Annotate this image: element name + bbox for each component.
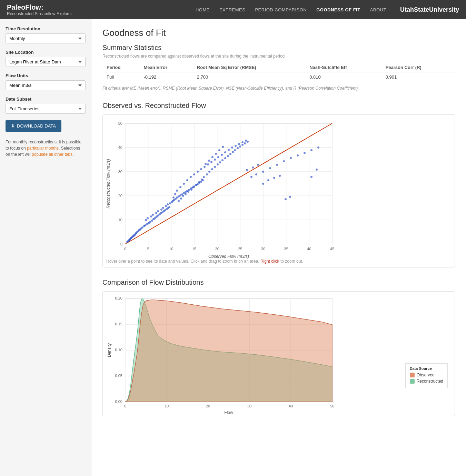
note-highlight: particular months [27,146,59,151]
svg-point-167 [224,157,226,159]
svg-text:Reconstructed Flow (m3/s): Reconstructed Flow (m3/s) [106,159,111,208]
svg-point-135 [262,171,264,173]
svg-text:5: 5 [147,247,149,251]
summary-title: Summary Statistics [102,44,455,52]
svg-point-94 [183,192,185,194]
nav-goodness-of-fit[interactable]: GOODNESS OF FIT [316,7,360,12]
svg-point-83 [165,205,167,207]
svg-text:0.10: 0.10 [115,348,122,352]
time-resolution-select[interactable]: Monthly Annual [6,33,86,43]
svg-point-146 [257,164,259,166]
legend-title: Data Source [410,366,443,371]
svg-point-170 [232,151,234,153]
svg-point-183 [285,198,287,200]
summary-subtitle: Reconstructed flows are compared against… [102,54,455,59]
date-subset-label: Date Subset [6,97,86,102]
svg-point-107 [174,193,176,195]
svg-text:0: 0 [124,247,126,251]
svg-point-151 [182,195,184,197]
density-svg: 0 10 20 30 40 50 0.00 0.05 0.10 0.15 0.2… [106,295,341,412]
svg-text:10: 10 [169,247,173,251]
svg-point-168 [227,155,229,157]
site-location-select[interactable]: Logan River at State Dam [6,57,86,67]
svg-text:40: 40 [118,145,122,150]
svg-point-180 [267,179,269,181]
svg-point-60 [149,221,151,223]
svg-point-139 [290,157,292,159]
brand: PaleoFlow: Reconstructed Streamflow Expl… [7,3,72,16]
svg-point-144 [246,169,248,171]
brand-title: PaleoFlow: [7,3,72,11]
svg-point-125 [235,145,237,147]
nav-period-comparison[interactable]: PERIOD COMPARISON [255,7,307,12]
app-layout: Time Resolution Monthly Annual Site Loca… [0,19,466,476]
svg-point-117 [207,163,209,165]
nav-extremes[interactable]: EXTREMES [219,7,246,12]
svg-point-95 [185,191,187,193]
svg-point-92 [179,194,181,196]
svg-point-120 [217,156,219,158]
scatter-note: Hover over a point to see its date and v… [106,259,451,264]
col-nse: Nash-Sutcliffe Eff [305,63,381,72]
svg-point-81 [160,209,162,211]
svg-text:30: 30 [261,247,265,251]
svg-point-129 [205,163,207,165]
cell-rmse: 2.700 [193,72,305,82]
svg-point-85 [169,202,171,204]
svg-point-47 [132,235,135,237]
time-resolution-label: Time Resolution [6,26,86,31]
svg-point-182 [279,175,281,177]
svg-point-46 [130,237,132,239]
svg-point-174 [241,144,244,146]
svg-point-158 [201,179,203,181]
flow-units-select[interactable]: Mean m3/s Mean cfs [6,80,86,90]
svg-point-166 [221,159,224,161]
density-chart-container[interactable]: 0 10 20 30 40 50 0.00 0.05 0.10 0.15 0.2… [102,291,455,416]
svg-text:30: 30 [118,170,122,174]
download-button[interactable]: ⬇ DOWNLOAD DATA [6,120,61,132]
download-icon: ⬇ [11,123,15,129]
svg-point-134 [222,146,224,148]
date-subset-select[interactable]: Full Timeseries [6,104,86,114]
observed-swatch [410,373,415,377]
svg-point-171 [234,149,236,151]
svg-point-157 [198,181,200,183]
svg-point-109 [179,186,181,188]
legend-observed: Observed [410,373,443,377]
svg-point-176 [247,141,249,143]
svg-point-160 [206,173,208,175]
svg-point-130 [208,160,210,162]
nav-home[interactable]: HOME [196,7,210,12]
svg-point-141 [304,152,306,154]
svg-text:45: 45 [330,247,334,251]
svg-point-131 [211,156,214,158]
svg-point-113 [193,173,195,175]
site-location-label: Site Location [6,50,86,55]
svg-point-155 [192,186,195,188]
svg-text:20: 20 [215,247,219,251]
svg-point-106 [172,196,175,199]
svg-text:40: 40 [289,404,293,408]
svg-point-114 [197,171,199,173]
svg-point-156 [196,184,198,186]
cell-mean-error: -0.192 [139,72,192,82]
svg-point-91 [178,195,180,198]
svg-point-74 [168,206,170,208]
reconstructed-swatch [410,379,415,384]
svg-point-159 [203,176,205,178]
svg-point-80 [157,210,159,212]
nav-about[interactable]: ABOUT [370,7,386,12]
svg-point-150 [180,198,182,200]
col-period: Period [102,63,139,72]
flow-units-label: Flow Units [6,73,86,78]
svg-point-75 [145,219,147,221]
scatter-chart-container[interactable]: 0 5 10 15 20 25 30 35 40 45 0 10 20 [102,114,455,267]
svg-point-126 [238,143,240,145]
svg-point-177 [250,176,252,178]
svg-point-165 [219,161,221,163]
stats-table: Period Mean Error Root Mean Sq Error (RM… [102,63,455,82]
svg-point-121 [221,154,223,156]
logo-bold: UtahState [400,6,429,13]
logo-suffix: University [429,6,459,13]
svg-text:0: 0 [120,242,122,246]
